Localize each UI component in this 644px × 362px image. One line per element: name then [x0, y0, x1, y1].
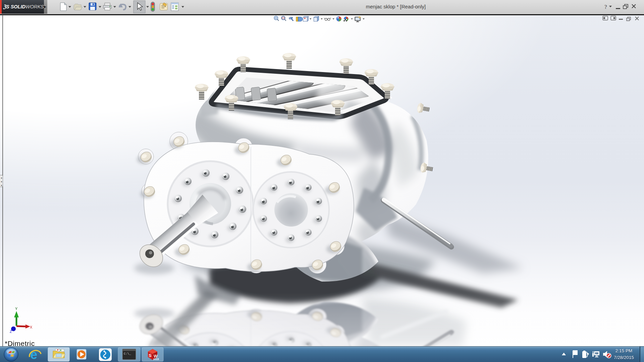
svg-text:Y: Y [15, 307, 18, 311]
svg-text:2015: 2015 [153, 358, 159, 361]
svg-text:e: e [30, 348, 37, 362]
svg-text:?: ? [604, 4, 607, 10]
svg-text:C:\_: C:\_ [124, 352, 131, 356]
svg-text:S: S [149, 353, 152, 358]
svg-text:X: X [30, 325, 33, 329]
svg-text:Z: Z [10, 329, 12, 334]
